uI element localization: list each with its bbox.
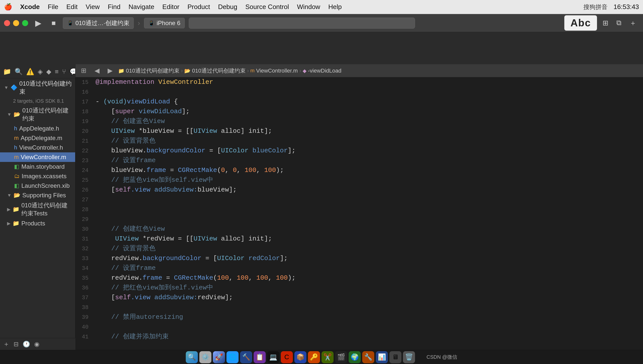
recent-button[interactable]: 🕐	[23, 341, 30, 348]
breakpoint-icon[interactable]: ◆	[46, 68, 51, 76]
sidebar-item-main-group[interactable]: ▼ 📂 010通过代码创建约束	[0, 105, 75, 124]
add-file-button[interactable]: ＋	[3, 340, 10, 348]
tests-group-label: 010通过代码创建约束Tests	[21, 201, 72, 217]
scheme-separator: ›	[138, 19, 140, 27]
sidebar-item-images-xcassets[interactable]: 🗂 Images.xcassets	[0, 171, 75, 181]
dock-terminal[interactable]: 💻	[267, 351, 279, 363]
sidebar-item-supporting-files[interactable]: ▼ 📂 Supporting Files	[0, 191, 75, 200]
dock-xcode[interactable]: 🔨	[240, 351, 252, 363]
breadcrumb-sep-3: ›	[299, 68, 301, 74]
code-line-35: 35 redView.frame = CGRectMake(100, 100, …	[75, 273, 643, 283]
breadcrumb-path1[interactable]: 010通过代码创建约束	[126, 67, 179, 75]
breadcrumb-path3[interactable]: ViewController.m	[256, 68, 298, 74]
code-line-40: 40	[75, 322, 643, 332]
sidebar-item-launchscreen-xib[interactable]: ◧ LaunchScreen.xib	[0, 181, 75, 191]
nav-forward-button[interactable]: ▶	[105, 66, 115, 76]
sidebar-item-main-storyboard[interactable]: ◧ Main.storyboard	[0, 162, 75, 171]
code-line-15: 15 @implementation ViewController	[75, 77, 643, 87]
search-bar[interactable]	[189, 18, 415, 29]
dock-systemprefs[interactable]: ⚙️	[199, 351, 211, 363]
appdelegate-m-label: AppDelegate.m	[21, 135, 62, 142]
sidebar-item-viewcontroller-h[interactable]: h ViewController.h	[0, 143, 75, 152]
code-line-23: 23 // 设置frame	[75, 156, 643, 165]
menu-edit[interactable]: Edit	[66, 3, 78, 11]
search-input[interactable]	[193, 20, 411, 27]
dock-app2[interactable]: ✂️	[322, 351, 334, 363]
run-button[interactable]: ▶	[32, 17, 44, 29]
dock-csdn[interactable]: C	[281, 351, 293, 363]
maximize-button[interactable]	[22, 20, 28, 26]
code-editor[interactable]: 15 @implementation ViewController 16 17 …	[75, 77, 643, 364]
sidebar-toolbar: 📁 🔍 ⚠️ ◈ ◆ ≡ ⑂ 💬	[0, 65, 75, 78]
warning-icon[interactable]: ⚠️	[26, 68, 34, 76]
dock-onenote[interactable]: 📋	[254, 351, 266, 363]
toolbar: ▶ ■ 📱 010通过…·创建约束 › 📱 iPhone 6 Abc ⊞ ⧉ ＋	[0, 14, 643, 32]
dock-app1[interactable]: 📦	[294, 351, 306, 363]
sidebar-item-tests-group[interactable]: ▶ 📁 010通过代码创建约束Tests	[0, 200, 75, 219]
code-line-37: 37 [self.view addSubview:redView];	[75, 293, 643, 302]
minimize-button[interactable]	[13, 20, 19, 26]
menubar: 🍎 Xcode File Edit View Find Navigate Edi…	[0, 0, 643, 14]
code-line-25: 25 // 把蓝色view加到self.view中	[75, 175, 643, 185]
products-label: Products	[21, 220, 45, 227]
dock-app5[interactable]: 📊	[376, 351, 388, 363]
project-icon: 🔷	[11, 84, 17, 91]
scheme-selector[interactable]: 📱 010通过…·创建约束	[63, 17, 134, 29]
dock-quicktime[interactable]: 🎬	[335, 351, 347, 363]
close-button[interactable]	[4, 20, 10, 26]
sidebar-item-appdelegate-m[interactable]: m AppDelegate.m	[0, 133, 75, 143]
menu-window[interactable]: Window	[297, 3, 320, 11]
sidebar-item-products[interactable]: ▶ 📁 Products	[0, 219, 75, 228]
dock-safari[interactable]: 🌐	[226, 351, 239, 363]
source-control-icon[interactable]: ◈	[38, 68, 43, 76]
breadcrumb-sep-1: ›	[181, 68, 183, 74]
sidebar-item-project-root[interactable]: ▼ 🔷 010通过代码创建约束	[0, 78, 75, 97]
menu-editor[interactable]: Editor	[162, 3, 179, 11]
viewcontroller-m-label: ViewController.m	[21, 154, 66, 161]
add-button[interactable]: ＋	[627, 17, 639, 29]
code-line-17: 17 - (void)viewDidLoad {	[75, 97, 643, 107]
stop-button[interactable]: ■	[49, 18, 59, 28]
report-icon[interactable]: ≡	[55, 68, 59, 76]
dock-filezilla[interactable]: 🔑	[308, 351, 320, 363]
dock-app4[interactable]: 🔧	[362, 351, 374, 363]
menu-file[interactable]: File	[48, 3, 58, 11]
menu-find[interactable]: Find	[108, 3, 121, 11]
apple-menu[interactable]: 🍎	[4, 3, 12, 11]
menu-navigate[interactable]: Navigate	[128, 3, 154, 11]
code-line-31: 31 UIView *redView = [[UIView alloc] ini…	[75, 234, 643, 244]
breadcrumb-path2[interactable]: 010通过代码创建约束	[192, 67, 246, 75]
device-log-icon[interactable]: 💬	[70, 68, 75, 76]
dock-display-prefs[interactable]: 🖥	[389, 351, 401, 363]
editor-grid-button[interactable]: ⊞	[78, 66, 89, 76]
menu-source-control[interactable]: Source Control	[245, 3, 289, 11]
dock-trash[interactable]: 🗑️	[403, 351, 415, 363]
device-label: iPhone 6	[157, 20, 180, 27]
code-line-32: 32 // 设置背景色	[75, 244, 643, 254]
split-view-button[interactable]: ⧉	[614, 17, 624, 29]
dock-finder[interactable]: 🔍	[186, 351, 198, 363]
git-icon[interactable]: ⑂	[62, 68, 66, 76]
view-toggle-button[interactable]: ⊞	[600, 17, 611, 29]
menu-help[interactable]: Help	[328, 3, 342, 11]
menu-view[interactable]: View	[86, 3, 100, 11]
breadcrumb-path4[interactable]: -viewDidLoad	[308, 68, 341, 74]
filter-button[interactable]: ⊟	[14, 341, 19, 348]
nav-back-button[interactable]: ◀	[92, 66, 102, 76]
disclosure-arrow-project: ▼	[4, 85, 9, 90]
folder-icon[interactable]: 📁	[3, 68, 11, 76]
sidebar-item-appdelegate-h[interactable]: h AppDelegate.h	[0, 124, 75, 133]
dock-launchpad[interactable]: 🚀	[213, 351, 225, 363]
breadcrumb-icon-4: ◆	[303, 68, 306, 74]
search-icon[interactable]: 🔍	[15, 68, 23, 76]
sidebar-item-viewcontroller-m[interactable]: m ViewController.m	[0, 152, 75, 162]
menu-xcode[interactable]: Xcode	[20, 3, 40, 11]
code-line-39: 39 // 禁用autoresizing	[75, 312, 643, 322]
device-selector[interactable]: 📱 iPhone 6	[144, 18, 185, 28]
dock-app3[interactable]: 🌍	[349, 351, 361, 363]
launchscreen-xib-label: LaunchScreen.xib	[21, 182, 70, 189]
menu-product[interactable]: Product	[188, 3, 210, 11]
xcassets-icon: 🗂	[14, 173, 20, 179]
warning-filter-button[interactable]: ◉	[34, 341, 39, 348]
menu-debug[interactable]: Debug	[218, 3, 237, 11]
